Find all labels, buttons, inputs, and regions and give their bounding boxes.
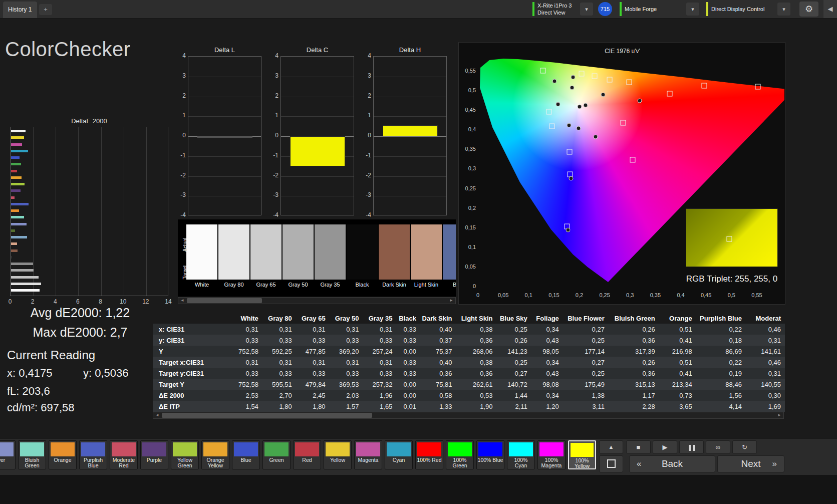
cie-target-marker bbox=[621, 120, 626, 126]
infinity-button[interactable]: ∞ bbox=[706, 440, 730, 454]
patch-button-ver[interactable]: ver bbox=[0, 440, 16, 469]
source-name: Mobile Forge bbox=[625, 2, 657, 16]
table-cell: 1,54 bbox=[228, 401, 262, 412]
table-cell: 0,00 bbox=[396, 379, 420, 390]
cie-y-tick: 0,35 bbox=[460, 146, 476, 152]
patch-button-green[interactable]: Green bbox=[262, 440, 291, 469]
play-button[interactable]: ▶ bbox=[653, 440, 677, 454]
table-scroll-thumb[interactable] bbox=[162, 413, 372, 418]
cie-x-tick: 0,4 bbox=[677, 292, 684, 298]
cie-measured-marker bbox=[578, 105, 582, 109]
reading-cdm2: cd/m²: 697,58 bbox=[7, 401, 75, 414]
eject-button[interactable]: ▲ bbox=[599, 440, 623, 454]
repeat-button[interactable]: ↻ bbox=[732, 440, 757, 454]
y-tick: 4 bbox=[358, 52, 371, 59]
cie-target-marker bbox=[546, 109, 552, 115]
patch-button-magenta[interactable]: Magenta bbox=[354, 440, 382, 469]
tab-history-1[interactable]: History 1 bbox=[3, 2, 37, 18]
swatch-scrollbar[interactable]: ◄ ► bbox=[178, 297, 456, 304]
back-chevron-icon: « bbox=[637, 456, 641, 472]
patch-button-blue[interactable]: Blue bbox=[232, 440, 260, 469]
table-cell: 0,26 bbox=[609, 357, 659, 368]
patch-button-red[interactable]: Red bbox=[293, 440, 321, 469]
swatch-scroll-thumb[interactable] bbox=[187, 298, 262, 303]
patch-button-100-magenta[interactable]: 100% Magenta bbox=[537, 440, 566, 469]
patch-button-moderate-red[interactable]: Moderate Red bbox=[110, 440, 138, 469]
patch-label: Green bbox=[263, 457, 290, 463]
patch-button-yellow[interactable]: Yellow bbox=[324, 440, 352, 469]
swatch-label: White bbox=[183, 282, 220, 288]
meter-dropdown-chevron-icon[interactable]: ▾ bbox=[580, 3, 593, 16]
gear-icon[interactable]: ⚙ bbox=[799, 2, 818, 17]
pause-button[interactable] bbox=[679, 440, 704, 454]
table-cell: 0,36 bbox=[420, 368, 456, 379]
swatch-color bbox=[250, 224, 282, 280]
repeat-icon: ↻ bbox=[742, 443, 747, 451]
patch-button-purple[interactable]: Purple bbox=[140, 440, 168, 469]
gridline bbox=[188, 116, 261, 117]
y-tick: 4 bbox=[173, 52, 186, 59]
cie-x-tick: 0,35 bbox=[650, 292, 661, 298]
back-button[interactable]: « Back bbox=[629, 455, 715, 472]
patch-button-bluish-green[interactable]: Bluish Green bbox=[18, 440, 46, 469]
y-tick: 3 bbox=[173, 72, 186, 79]
scroll-left-icon[interactable]: ◄ bbox=[179, 298, 186, 304]
patch-label: ver bbox=[0, 457, 15, 463]
table-cell: 0,34 bbox=[531, 390, 563, 401]
square-icon bbox=[607, 459, 616, 468]
scroll-right-icon[interactable]: ► bbox=[776, 412, 783, 418]
patch-swatch bbox=[264, 442, 289, 456]
patch-button-orange[interactable]: Orange bbox=[49, 440, 77, 469]
gridline bbox=[374, 176, 446, 177]
cie-x-tick: 0,1 bbox=[525, 292, 532, 298]
de-bar bbox=[11, 276, 39, 279]
delta-chart-delta-c: Delta C43210-1-2-3-4 bbox=[265, 46, 356, 226]
delta-bar bbox=[290, 136, 345, 166]
patch-button-100-green[interactable]: 100% Green bbox=[446, 440, 474, 469]
collapse-panel-icon[interactable]: ◀ bbox=[823, 0, 837, 18]
de-bar bbox=[11, 209, 19, 212]
table-cell: 0,34 bbox=[531, 324, 563, 335]
scroll-left-icon[interactable]: ◄ bbox=[154, 412, 161, 418]
de-bar bbox=[11, 150, 28, 152]
stop-button[interactable]: ■ bbox=[626, 440, 651, 454]
patch-button-yellow-green[interactable]: Yellow Green bbox=[171, 440, 199, 469]
display-dropdown-chevron-icon[interactable]: ▾ bbox=[777, 3, 790, 16]
swatch-blue: Blue bbox=[443, 224, 456, 295]
table-cell: 0,36 bbox=[456, 335, 497, 346]
stop-icon: ■ bbox=[637, 443, 641, 451]
patch-button-cyan[interactable]: Cyan bbox=[385, 440, 413, 469]
patch-button-100-yellow[interactable]: 100% Yellow bbox=[568, 440, 596, 469]
gridline bbox=[101, 127, 102, 296]
patch-button-orange-yellow[interactable]: Orange Yellow bbox=[201, 440, 229, 469]
cie-measured-marker bbox=[556, 102, 561, 107]
de-x-tick: 6 bbox=[76, 298, 80, 305]
cie-measured-marker bbox=[601, 93, 606, 97]
patch-button-purplish-blue[interactable]: Purplish Blue bbox=[79, 440, 107, 469]
patch-button-100-blue[interactable]: 100% Blue bbox=[476, 440, 504, 469]
delta-bar bbox=[383, 125, 438, 136]
table-cell: 1,80 bbox=[262, 401, 296, 412]
cie-x-tick: 0,05 bbox=[498, 292, 508, 298]
table-cell: 0,33 bbox=[396, 357, 420, 368]
cie-measured-marker bbox=[567, 123, 572, 128]
scroll-right-icon[interactable]: ► bbox=[448, 298, 455, 304]
table-cell: 3,65 bbox=[659, 401, 696, 412]
next-button[interactable]: Next » bbox=[717, 455, 784, 472]
table-cell: 0,53 bbox=[456, 390, 497, 401]
y-tick: 0 bbox=[265, 132, 278, 139]
table-cell: 0,40 bbox=[420, 357, 456, 368]
y-tick: 3 bbox=[358, 72, 371, 79]
y-tick: -1 bbox=[358, 152, 371, 159]
source-dropdown-chevron-icon[interactable]: ▾ bbox=[686, 3, 699, 16]
display-status-indicator bbox=[706, 2, 708, 16]
results-table-wrap: WhiteGray 80Gray 65Gray 50Gray 35BlackDa… bbox=[153, 313, 785, 412]
patch-label: 100% Green bbox=[446, 457, 473, 468]
patch-button-100-red[interactable]: 100% Red bbox=[415, 440, 443, 469]
table-scrollbar[interactable]: ◄ ► bbox=[153, 412, 784, 419]
patch-button-100-cyan[interactable]: 100% Cyan bbox=[507, 440, 535, 469]
cie-y-tick: 0,15 bbox=[460, 224, 476, 230]
swatch-black: Black bbox=[347, 224, 378, 295]
pattern-window-button[interactable] bbox=[599, 455, 623, 472]
new-tab-button[interactable]: + bbox=[39, 4, 52, 15]
